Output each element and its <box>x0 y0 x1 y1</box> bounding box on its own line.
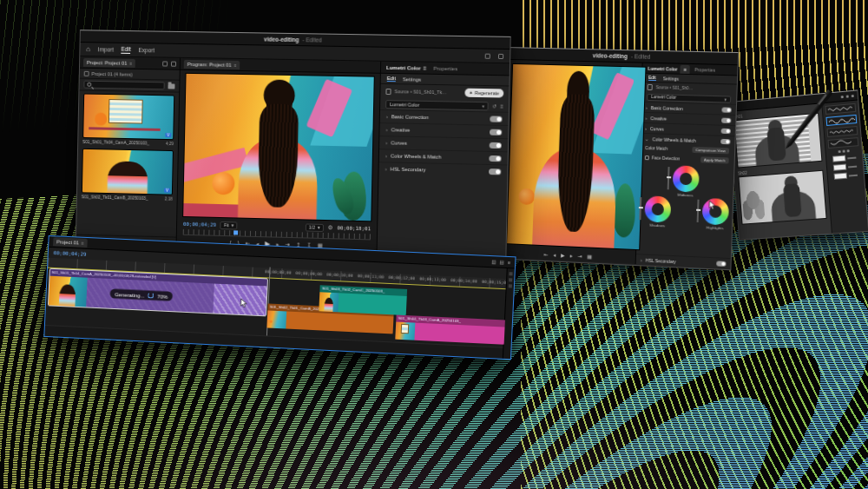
sequence-timecode[interactable]: 00;00;04;29 <box>54 250 87 257</box>
thumbnail-figure-graphic <box>107 161 148 194</box>
midtones-slider[interactable] <box>667 167 670 189</box>
go-to-in-button[interactable]: ⇤ <box>544 251 549 257</box>
ruler-label: 00;00;14;00 <box>450 278 477 283</box>
comparison-view-button[interactable]: Comparison View <box>692 147 729 155</box>
preset-stroke-item[interactable] <box>827 126 858 137</box>
preset-stroke-item[interactable] <box>825 103 856 115</box>
face-detection-label: Face Detection <box>652 155 681 161</box>
panel-menu-icon[interactable]: ≡ <box>82 241 84 246</box>
midtones-wheel[interactable] <box>673 165 700 192</box>
menu-export[interactable]: Export <box>138 47 155 53</box>
timeline-clip-generating[interactable]: S01_Sh01_Tk04_CamA_20250103_-00;00;04;29… <box>49 269 267 316</box>
folder-icon[interactable] <box>168 83 175 89</box>
list-view-icon[interactable] <box>162 61 168 66</box>
step-back-button[interactable]: ◂ <box>553 251 556 257</box>
section-toggle[interactable] <box>489 155 501 161</box>
tab-project[interactable]: Project: Project 01≡ <box>83 57 135 67</box>
subtab-settings[interactable]: Settings <box>663 76 679 82</box>
timeline-clip[interactable]: S01_Sh03_Tk02_CamC_20250103_ <box>319 285 407 315</box>
rail-control[interactable] <box>509 284 512 287</box>
reset-icon[interactable]: ↺ <box>492 102 496 109</box>
section-toggle[interactable] <box>720 138 730 143</box>
menu-import[interactable]: Import <box>98 46 114 52</box>
clip-badge: V <box>165 133 171 137</box>
highlights-slider[interactable] <box>697 200 700 222</box>
tab-lumetri-color[interactable]: Lumetri Color≡ <box>648 63 690 73</box>
preset-stroke-item[interactable] <box>828 137 859 149</box>
ruler-label: 00;00;12;00 <box>388 275 415 281</box>
tool-icon[interactable] <box>838 150 841 153</box>
section-toggle[interactable] <box>490 116 502 122</box>
panel-menu-icon[interactable]: ≡ <box>234 62 237 67</box>
progress-spinner-icon <box>148 292 154 298</box>
ruler-label: 00;00;09;00 <box>296 271 323 276</box>
snap-icon[interactable]: ▥ <box>491 259 496 264</box>
tool-icon[interactable] <box>843 149 845 152</box>
layer-thumbnail[interactable] <box>833 164 847 171</box>
section-toggle[interactable] <box>716 261 726 267</box>
current-timecode[interactable]: 00;00;04;29 <box>183 221 216 228</box>
step-forward-button[interactable]: ▸ <box>570 252 573 258</box>
project-panel: Project: Project 01≡ Project 01 (4 Items… <box>76 56 181 248</box>
options-icon[interactable]: ≡ <box>500 103 503 109</box>
workspace-icon[interactable] <box>485 53 490 58</box>
timeline-settings-icon[interactable]: ≡ <box>508 260 511 265</box>
layer-thumbnail[interactable] <box>834 173 848 180</box>
layer-name-bar <box>849 174 858 176</box>
grid-view-icon[interactable] <box>171 61 176 66</box>
settings-wrench-icon[interactable]: ⚙ <box>328 224 333 231</box>
panel-menu-icon[interactable]: ≡ <box>424 65 427 70</box>
shadows-wheel[interactable] <box>644 195 671 222</box>
tab-properties[interactable]: Properties <box>433 65 457 71</box>
search-input[interactable] <box>94 82 161 88</box>
section-toggle[interactable] <box>721 128 731 133</box>
window-control-icon[interactable] <box>841 95 844 97</box>
clip-thumbnail <box>49 276 88 307</box>
playback-resolution-dropdown[interactable]: 1/2▾ <box>306 223 324 232</box>
subtab-settings[interactable]: Settings <box>403 76 421 82</box>
home-icon[interactable]: ⌂ <box>86 45 90 53</box>
menu-edit[interactable]: Edit <box>122 46 131 54</box>
section-toggle[interactable] <box>721 107 731 112</box>
subtab-edit[interactable]: Edit <box>648 75 656 81</box>
go-to-out-button[interactable]: ⇥ <box>577 252 582 258</box>
chevron-down-icon: ⌄ <box>645 135 649 142</box>
subtab-edit[interactable]: Edit <box>387 76 396 82</box>
section-toggle[interactable] <box>490 142 502 148</box>
tab-lumetri-color[interactable]: Lumetri Color≡ <box>386 64 426 70</box>
tab-timeline-sequence[interactable]: Project 01≡ <box>53 237 88 248</box>
preset-stroke-item-selected[interactable] <box>825 115 857 126</box>
shadows-slider[interactable] <box>639 197 641 220</box>
project-item[interactable]: V S01_Sh01_Tk04_CamA_20250103_ 4;29 <box>78 90 179 148</box>
section-toggle[interactable] <box>721 117 731 122</box>
apply-match-button[interactable]: Apply Match <box>700 156 729 163</box>
rail-control[interactable] <box>509 272 512 275</box>
preset-dropdown[interactable]: Lumetri Color▾ <box>385 100 489 110</box>
panel-menu-icon[interactable]: ≡ <box>129 60 132 65</box>
layout-icon[interactable] <box>498 53 503 58</box>
play-button[interactable]: ▶ <box>561 252 565 258</box>
tab-program[interactable]: Program: Project 01≡ <box>184 59 240 69</box>
tool-icon[interactable] <box>847 149 850 152</box>
linked-selection-icon[interactable]: ▤ <box>499 260 504 265</box>
mouse-cursor <box>708 200 717 210</box>
chevron-right-icon: › <box>386 114 388 119</box>
rail-control[interactable] <box>509 278 512 281</box>
regenerate-button[interactable]: ✦Regenerate <box>464 89 503 98</box>
panel-menu-icon[interactable]: ≡ <box>680 64 690 73</box>
section-hsl-secondary[interactable]: › HSL Secondary <box>378 162 507 177</box>
export-frame-button[interactable]: ▦ <box>587 253 592 259</box>
project-item[interactable]: V S01_Sh02_Tk01_CamB_20250103_ 2;18 <box>77 146 178 203</box>
section-toggle[interactable] <box>489 169 501 175</box>
playhead-marker[interactable] <box>233 230 238 235</box>
wheel-label: Shadows <box>649 223 665 228</box>
window-control-icon[interactable] <box>846 95 849 97</box>
layer-thumbnail[interactable] <box>832 155 846 162</box>
window-control-icon[interactable] <box>852 94 854 96</box>
section-toggle[interactable] <box>490 129 502 135</box>
face-detection-checkbox[interactable] <box>645 155 649 160</box>
storyboard-frame-2[interactable]: Sh02 <box>738 165 827 225</box>
tab-properties[interactable]: Properties <box>694 67 715 73</box>
fit-dropdown[interactable]: Fit▾ <box>220 221 238 228</box>
timeline-clip[interactable]: S01_Sh04_Tk03_CamA_20250103_ <box>395 315 504 345</box>
